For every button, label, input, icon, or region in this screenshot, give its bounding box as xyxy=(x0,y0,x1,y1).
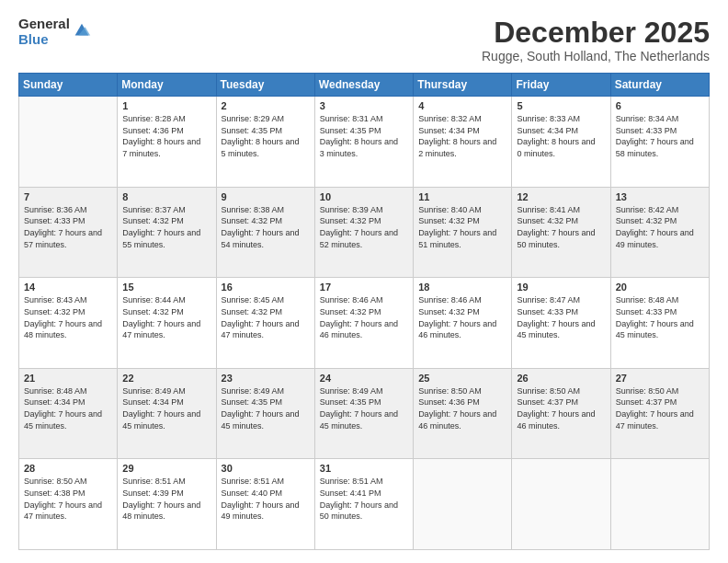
title-block: December 2025 Rugge, South Holland, The … xyxy=(482,17,710,63)
sunset: Sunset: 4:32 PM xyxy=(122,216,184,225)
day-info: Sunrise: 8:44 AMSunset: 4:32 PMDaylight:… xyxy=(122,294,210,340)
daylight-hours: Daylight: 7 hours and xyxy=(517,319,595,328)
daylight-hours: Daylight: 7 hours and xyxy=(616,137,694,146)
table-row: 26Sunrise: 8:50 AMSunset: 4:37 PMDayligh… xyxy=(512,368,610,459)
sunset: Sunset: 4:33 PM xyxy=(517,307,578,316)
daylight-minutes: 2 minutes. xyxy=(418,149,457,158)
day-number: 2 xyxy=(222,100,310,111)
sunset: Sunset: 4:32 PM xyxy=(320,216,381,225)
daylight-hours: Daylight: 7 hours and xyxy=(616,228,694,237)
logo-icon xyxy=(72,20,92,40)
sunrise: Sunrise: 8:43 AM xyxy=(24,295,87,304)
table-row: 2Sunrise: 8:29 AMSunset: 4:35 PMDaylight… xyxy=(216,97,314,188)
col-saturday: Saturday xyxy=(610,74,709,97)
day-info: Sunrise: 8:43 AMSunset: 4:32 PMDaylight:… xyxy=(24,294,112,340)
day-number: 15 xyxy=(122,282,210,293)
sunrise: Sunrise: 8:50 AM xyxy=(616,386,679,396)
day-number: 28 xyxy=(24,463,112,474)
table-row: 27Sunrise: 8:50 AMSunset: 4:37 PMDayligh… xyxy=(610,368,709,459)
daylight-hours: Daylight: 7 hours and xyxy=(517,409,595,419)
day-number: 3 xyxy=(320,100,408,111)
table-row: 30Sunrise: 8:51 AMSunset: 4:40 PMDayligh… xyxy=(216,459,314,550)
sunset: Sunset: 4:34 PM xyxy=(418,126,480,135)
sunset: Sunset: 4:37 PM xyxy=(517,397,578,407)
daylight-hours: Daylight: 7 hours and xyxy=(418,228,496,237)
daylight-hours: Daylight: 7 hours and xyxy=(222,319,300,328)
day-number: 18 xyxy=(418,282,506,293)
sunset: Sunset: 4:32 PM xyxy=(320,307,381,316)
day-info: Sunrise: 8:40 AMSunset: 4:32 PMDaylight:… xyxy=(418,204,506,250)
daylight-hours: Daylight: 7 hours and xyxy=(320,409,398,419)
daylight-minutes: 48 minutes. xyxy=(24,330,67,339)
sunset: Sunset: 4:34 PM xyxy=(517,126,578,135)
daylight-hours: Daylight: 8 hours and xyxy=(222,137,300,146)
daylight-minutes: 45 minutes. xyxy=(122,421,165,431)
day-info: Sunrise: 8:48 AMSunset: 4:33 PMDaylight:… xyxy=(616,294,704,340)
day-number: 12 xyxy=(517,191,605,202)
day-info: Sunrise: 8:51 AMSunset: 4:39 PMDaylight:… xyxy=(122,476,210,522)
daylight-minutes: 3 minutes. xyxy=(320,149,358,158)
daylight-minutes: 47 minutes. xyxy=(24,511,67,521)
sunset: Sunset: 4:35 PM xyxy=(320,397,381,407)
day-number: 7 xyxy=(24,191,112,202)
sunrise: Sunrise: 8:46 AM xyxy=(418,295,482,304)
day-number: 23 xyxy=(222,373,310,384)
col-wednesday: Wednesday xyxy=(314,74,413,97)
daylight-hours: Daylight: 7 hours and xyxy=(222,228,300,237)
daylight-minutes: 58 minutes. xyxy=(616,149,659,158)
day-number: 24 xyxy=(320,373,408,384)
day-number: 30 xyxy=(222,463,310,474)
sunset: Sunset: 4:37 PM xyxy=(616,397,677,407)
daylight-hours: Daylight: 7 hours and xyxy=(122,500,200,510)
table-row: 5Sunrise: 8:33 AMSunset: 4:34 PMDaylight… xyxy=(512,97,610,188)
daylight-hours: Daylight: 7 hours and xyxy=(320,228,398,237)
table-row: 17Sunrise: 8:46 AMSunset: 4:32 PMDayligh… xyxy=(314,278,413,369)
col-friday: Friday xyxy=(512,74,610,97)
day-number: 31 xyxy=(320,463,408,474)
day-number: 1 xyxy=(122,100,210,111)
day-info: Sunrise: 8:32 AMSunset: 4:34 PMDaylight:… xyxy=(418,113,506,159)
table-row xyxy=(19,97,118,188)
sunset: Sunset: 4:39 PM xyxy=(122,488,184,498)
daylight-minutes: 47 minutes. xyxy=(222,330,265,339)
sunrise: Sunrise: 8:38 AM xyxy=(222,205,285,214)
daylight-minutes: 57 minutes. xyxy=(24,240,67,249)
daylight-minutes: 45 minutes. xyxy=(320,421,363,431)
sunrise: Sunrise: 8:48 AM xyxy=(24,386,87,396)
sunrise: Sunrise: 8:32 AM xyxy=(418,114,482,123)
daylight-minutes: 54 minutes. xyxy=(222,240,265,249)
sunset: Sunset: 4:35 PM xyxy=(222,397,283,407)
calendar-week-row: 14Sunrise: 8:43 AMSunset: 4:32 PMDayligh… xyxy=(19,278,710,369)
day-number: 10 xyxy=(320,191,408,202)
sunrise: Sunrise: 8:34 AM xyxy=(616,114,679,123)
calendar-week-row: 7Sunrise: 8:36 AMSunset: 4:33 PMDaylight… xyxy=(19,187,710,278)
table-row: 22Sunrise: 8:49 AMSunset: 4:34 PMDayligh… xyxy=(118,368,216,459)
table-row: 6Sunrise: 8:34 AMSunset: 4:33 PMDaylight… xyxy=(610,97,709,188)
sunset: Sunset: 4:32 PM xyxy=(418,216,480,225)
daylight-minutes: 49 minutes. xyxy=(616,240,659,249)
table-row: 12Sunrise: 8:41 AMSunset: 4:32 PMDayligh… xyxy=(512,187,610,278)
calendar-week-row: 21Sunrise: 8:48 AMSunset: 4:34 PMDayligh… xyxy=(19,368,710,459)
sunset: Sunset: 4:36 PM xyxy=(418,397,480,407)
day-number: 19 xyxy=(517,282,605,293)
daylight-hours: Daylight: 7 hours and xyxy=(222,500,300,510)
day-info: Sunrise: 8:39 AMSunset: 4:32 PMDaylight:… xyxy=(320,204,408,250)
sunset: Sunset: 4:32 PM xyxy=(517,216,578,225)
day-number: 5 xyxy=(517,100,605,111)
daylight-minutes: 45 minutes. xyxy=(24,421,67,431)
table-row: 28Sunrise: 8:50 AMSunset: 4:38 PMDayligh… xyxy=(19,459,118,550)
day-number: 26 xyxy=(517,373,605,384)
sunrise: Sunrise: 8:39 AM xyxy=(320,205,383,214)
sunrise: Sunrise: 8:51 AM xyxy=(222,477,285,486)
table-row: 7Sunrise: 8:36 AMSunset: 4:33 PMDaylight… xyxy=(19,187,118,278)
daylight-hours: Daylight: 7 hours and xyxy=(222,409,300,419)
daylight-hours: Daylight: 8 hours and xyxy=(320,137,398,146)
sunrise: Sunrise: 8:49 AM xyxy=(320,386,383,396)
day-info: Sunrise: 8:46 AMSunset: 4:32 PMDaylight:… xyxy=(418,294,506,340)
sunset: Sunset: 4:33 PM xyxy=(616,307,677,316)
calendar-week-row: 1Sunrise: 8:28 AMSunset: 4:36 PMDaylight… xyxy=(19,97,710,188)
daylight-minutes: 49 minutes. xyxy=(222,511,265,521)
sunset: Sunset: 4:34 PM xyxy=(24,397,85,407)
col-thursday: Thursday xyxy=(414,74,512,97)
table-row: 16Sunrise: 8:45 AMSunset: 4:32 PMDayligh… xyxy=(216,278,314,369)
